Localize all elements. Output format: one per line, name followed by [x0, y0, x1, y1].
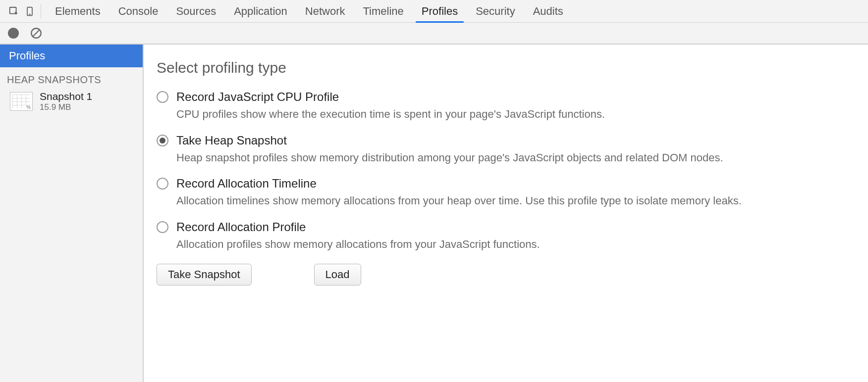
tab-label: Sources	[176, 5, 216, 18]
option-description: CPU profiles show where the execution ti…	[176, 107, 855, 122]
take-snapshot-button[interactable]: Take Snapshot	[157, 264, 252, 286]
profile-type-option-cpu[interactable]: Record JavaScript CPU Profile	[157, 90, 855, 104]
profile-type-option-allocation-timeline[interactable]: Record Allocation Timeline	[157, 177, 855, 191]
sidebar-section-label: HEAP SNAPSHOTS	[0, 67, 143, 89]
tab-label: Timeline	[363, 5, 403, 18]
snapshot-thumbnail-icon: %	[10, 92, 33, 111]
tab-network[interactable]: Network	[296, 0, 354, 22]
profiles-body: Profiles HEAP SNAPSHOTS % Snapshot 1 15.…	[0, 45, 868, 382]
page-title: Select profiling type	[157, 59, 855, 76]
tabstrip-divider	[41, 4, 41, 18]
inspect-element-icon[interactable]	[6, 0, 22, 22]
radio-icon[interactable]	[157, 135, 168, 146]
profile-type-option-allocation-profile[interactable]: Record Allocation Profile	[157, 220, 855, 234]
option-title: Record Allocation Timeline	[176, 177, 317, 191]
tab-label: Elements	[55, 5, 101, 18]
snapshot-text: Snapshot 1 15.9 MB	[40, 91, 92, 112]
snapshot-item[interactable]: % Snapshot 1 15.9 MB	[0, 89, 143, 116]
action-button-row: Take Snapshot Load	[157, 264, 855, 286]
tab-console[interactable]: Console	[109, 0, 167, 22]
tab-application[interactable]: Application	[225, 0, 296, 22]
option-description: Heap snapshot profiles show memory distr…	[176, 150, 855, 165]
devtools-tabstrip: Elements Console Sources Application Net…	[0, 0, 868, 23]
option-description: Allocation profiles show memory allocati…	[176, 237, 855, 252]
tab-security[interactable]: Security	[467, 0, 524, 22]
profiles-main-panel: Select profiling type Record JavaScript …	[144, 45, 868, 382]
tab-label: Profiles	[422, 5, 458, 18]
tab-profiles[interactable]: Profiles	[413, 0, 467, 22]
radio-icon[interactable]	[157, 91, 168, 103]
option-title: Record Allocation Profile	[176, 220, 306, 234]
tab-audits[interactable]: Audits	[524, 0, 572, 22]
snapshot-size: 15.9 MB	[40, 102, 92, 112]
option-title: Take Heap Snapshot	[176, 134, 287, 147]
button-label: Load	[326, 268, 350, 281]
clear-icon[interactable]	[30, 27, 43, 40]
profiles-toolbar	[0, 23, 868, 45]
tab-label: Network	[305, 5, 345, 18]
load-button[interactable]: Load	[314, 264, 361, 286]
tab-elements[interactable]: Elements	[46, 0, 109, 22]
tab-timeline[interactable]: Timeline	[354, 0, 412, 22]
tab-label: Console	[118, 5, 159, 18]
button-label: Take Snapshot	[168, 268, 240, 281]
option-title: Record JavaScript CPU Profile	[176, 90, 339, 104]
sidebar-header-label: Profiles	[9, 49, 45, 62]
tab-sources[interactable]: Sources	[167, 0, 225, 22]
percent-icon: %	[26, 104, 31, 110]
tab-label: Application	[234, 5, 287, 18]
profiles-sidebar: Profiles HEAP SNAPSHOTS % Snapshot 1 15.…	[0, 45, 144, 382]
profile-type-option-heap-snapshot[interactable]: Take Heap Snapshot	[157, 134, 855, 147]
snapshot-name: Snapshot 1	[40, 91, 92, 102]
sidebar-header[interactable]: Profiles	[0, 45, 143, 67]
device-toolbar-icon[interactable]	[22, 0, 38, 22]
record-button-icon[interactable]	[8, 28, 19, 39]
tab-label: Security	[476, 5, 515, 18]
radio-icon[interactable]	[157, 221, 168, 233]
svg-line-4	[33, 30, 40, 37]
option-description: Allocation timelines show memory allocat…	[176, 193, 855, 208]
tab-label: Audits	[533, 5, 563, 18]
radio-icon[interactable]	[157, 178, 168, 190]
